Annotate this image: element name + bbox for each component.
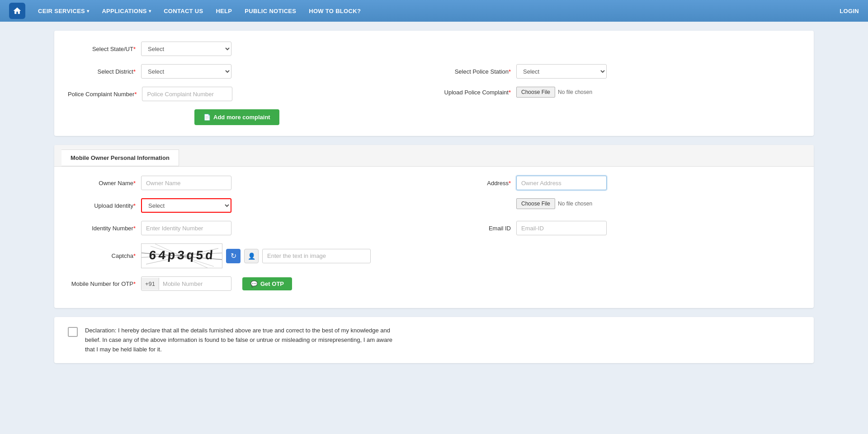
district-label: Select District* [68, 68, 136, 75]
message-icon: 💬 [250, 280, 258, 287]
no-file-text: No file chosen [558, 89, 592, 95]
owner-name-input[interactable] [141, 176, 231, 190]
identity-email-row: Identity Number* Email ID [68, 221, 800, 235]
police-station-select[interactable]: Select [516, 64, 607, 79]
upload-identity-select[interactable]: Select [141, 198, 231, 213]
declaration-text: Declaration: I hereby declare that all t… [85, 326, 392, 354]
identity-file-input-group: Choose File No file chosen [516, 198, 592, 209]
email-label: Email ID [443, 225, 511, 232]
choose-file-button[interactable]: Choose File [516, 87, 555, 98]
mobile-number-input[interactable] [159, 278, 231, 290]
captcha-refresh-button[interactable]: ↻ [226, 249, 241, 263]
district-select[interactable]: Select [141, 64, 231, 79]
declaration-checkbox[interactable] [68, 327, 78, 337]
nav-how-label: How to block? [309, 8, 361, 14]
address-input[interactable] [516, 176, 607, 190]
chevron-down-icon: ▾ [87, 9, 89, 14]
section-body: Owner Name* Address* Upload Identity* [54, 167, 814, 308]
identity-number-label: Identity Number* [68, 225, 136, 232]
add-complaint-row: 📄 Add more complaint [68, 109, 800, 125]
captcha-group: Captcha* 64p3q5d [68, 243, 800, 268]
nav-item-help[interactable]: Help [211, 8, 236, 14]
add-more-offset: 📄 Add more complaint [194, 109, 279, 125]
nav-contact-label: Contact Us [164, 8, 203, 14]
section-tab: Mobile Owner Personal Information [61, 149, 179, 166]
email-input[interactable] [516, 221, 607, 235]
captcha-container: 64p3q5d ↻ 👤 [141, 243, 371, 268]
page-content: Select State/UT* Select Select District*… [0, 22, 868, 434]
upload-complaint-label: Upload Police Complaint* [443, 89, 511, 96]
state-group: Select State/UT* Select [68, 42, 425, 56]
identity-file-group: Choose File No file chosen [443, 198, 800, 209]
police-station-group: Select Police Station* Select [443, 64, 800, 79]
state-label: Select State/UT* [68, 46, 136, 52]
identity-choose-file-button[interactable]: Choose File [516, 198, 555, 209]
email-group: Email ID [443, 221, 800, 235]
nav-item-public-notices[interactable]: Public Notices [240, 8, 301, 14]
nav-item-ceir[interactable]: CEIR Services ▾ [33, 8, 94, 14]
nav-ceir-label: CEIR Services [38, 8, 85, 14]
police-station-label: Select Police Station* [443, 68, 511, 75]
nav-help-label: Help [216, 8, 232, 14]
address-group: Address* [443, 176, 800, 190]
nav-logo[interactable] [9, 3, 25, 19]
complaint-row: Police Complaint Number* Upload Police C… [68, 87, 800, 101]
captcha-label: Captcha* [68, 252, 136, 259]
mobile-input-group: +91 [141, 276, 231, 291]
add-more-complaint-button[interactable]: 📄 Add more complaint [194, 109, 279, 125]
mobile-otp-label: Mobile Number for OTP* [68, 280, 136, 287]
identity-number-input[interactable] [141, 221, 231, 235]
declaration-section: Declaration: I hereby declare that all t… [54, 317, 814, 363]
owner-name-label: Owner Name* [68, 180, 136, 187]
captcha-image: 64p3q5d [141, 243, 222, 268]
police-complaint-card: Select State/UT* Select Select District*… [54, 31, 814, 136]
chevron-down-icon: ▾ [149, 9, 151, 14]
owner-name-group: Owner Name* [68, 176, 425, 190]
district-group: Select District* Select [68, 64, 425, 79]
navbar: CEIR Services ▾ Applications ▾ Contact U… [0, 0, 868, 22]
upload-identity-label: Upload Identity* [68, 202, 136, 209]
file-icon: 📄 [203, 114, 211, 121]
nav-item-how-to-block[interactable]: How to block? [304, 8, 365, 14]
captcha-row: Captcha* 64p3q5d [68, 243, 800, 268]
nav-item-contact[interactable]: Contact Us [159, 8, 208, 14]
personal-info-card: Mobile Owner Personal Information Owner … [54, 145, 814, 308]
get-otp-button[interactable]: 💬 Get OTP [242, 277, 292, 290]
nav-public-label: Public Notices [245, 8, 296, 14]
file-input-group: Choose File No file chosen [516, 87, 592, 98]
identity-number-group: Identity Number* [68, 221, 425, 235]
mobile-otp-row: Mobile Number for OTP* +91 💬 Get OTP [68, 276, 800, 291]
mobile-otp-group: Mobile Number for OTP* +91 💬 Get OTP [68, 276, 800, 291]
captcha-input[interactable] [262, 249, 371, 263]
address-label: Address* [443, 180, 511, 187]
identity-no-file-text: No file chosen [558, 201, 592, 207]
owner-address-row: Owner Name* Address* [68, 176, 800, 190]
upload-complaint-group: Upload Police Complaint* Choose File No … [443, 87, 800, 98]
complaint-number-group: Police Complaint Number* [68, 87, 425, 101]
captcha-text: 64p3q5d [148, 249, 215, 263]
captcha-audio-button[interactable]: 👤 [244, 249, 259, 263]
state-row: Select State/UT* Select [68, 42, 800, 56]
district-police-row: Select District* Select Select Police St… [68, 64, 800, 79]
upload-identity-group: Upload Identity* Select [68, 198, 425, 213]
section-tab-wrapper: Mobile Owner Personal Information [54, 145, 814, 167]
complaint-number-label: Police Complaint Number* [68, 91, 137, 98]
identity-row: Upload Identity* Select Choose File No f… [68, 198, 800, 213]
nav-item-applications[interactable]: Applications ▾ [97, 8, 156, 14]
state-select[interactable]: Select [141, 42, 231, 56]
mobile-prefix: +91 [142, 278, 159, 290]
nav-login[interactable]: Login [840, 8, 859, 14]
complaint-number-input[interactable] [142, 87, 232, 101]
nav-applications-label: Applications [102, 8, 146, 14]
